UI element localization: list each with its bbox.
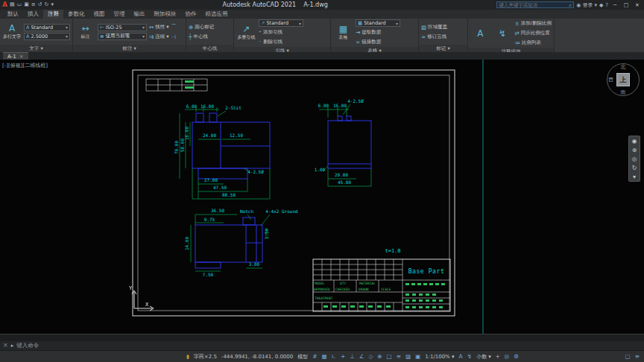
ucs-icon[interactable] [132,290,154,311]
mtext-button[interactable]: A 多行文字 [2,24,22,40]
view-b-part[interactable] [328,116,371,168]
tab-view[interactable]: 视图 [89,10,110,19]
sync-scale-positions-button[interactable]: ⇄ 同步比例位置 [515,29,552,37]
dimension-label[interactable]: 27.00 [204,177,218,182]
dimension-label[interactable]: 47.50 [213,185,227,190]
quick-dimension-button[interactable]: ⌒ [171,23,177,31]
qat-dropdown-icon[interactable]: ▾ [51,0,54,10]
dimension-lines[interactable] [180,104,371,271]
tab-output[interactable]: 输出 [130,10,150,19]
minimize-button[interactable]: ─ [610,2,619,8]
wipeout-button[interactable]: ▧ 区域覆盖 [421,23,447,31]
annotation-visibility-button[interactable]: A [470,29,490,38]
units-button[interactable]: 小数 ▾ [476,353,491,361]
model-space-button[interactable]: 模型 [297,353,308,361]
viewcube-south[interactable]: 南 [621,89,626,96]
viewcube[interactable]: 北 西 上 南 [605,63,641,99]
maximize-button[interactable]: □ [622,2,631,8]
search-icon[interactable]: ⌕ [569,2,572,8]
osnap-tracking-icon[interactable]: ⊕ [377,353,382,360]
pan-icon[interactable]: ⊕ [629,145,640,154]
command-close-icon[interactable]: × [3,342,8,349]
dim-style-combo[interactable]: ⊢ ISO-25 ▾ [98,24,147,31]
dim-layer-combo[interactable]: ≣ 使用当前项 ▾ [98,33,147,40]
dimension-label[interactable]: 9.75 [204,217,215,222]
polar-tracking-icon[interactable]: ∠ [359,353,364,360]
customize-icon[interactable]: ≡ [635,353,640,360]
tab-insert[interactable]: 插入 [23,10,43,19]
dimension-texts[interactable]: 6.00 16.00 2-Slit 24.00 12.50 70.00 58.0… [174,98,401,277]
center-mark-button[interactable]: ⊕ 圆心标记 [189,23,214,31]
viewcube-top-face[interactable]: 上 [616,73,630,86]
plot-icon[interactable]: ≡ [31,0,36,10]
viewcube-north[interactable]: 北 [621,63,626,71]
command-line[interactable]: × ▸ 键入命令 [0,341,644,350]
transparency-icon[interactable]: ▨ [405,353,411,360]
selection-cycling-icon[interactable]: ▣ [415,353,420,360]
mleader-style-combo[interactable]: ↗ Standard ▾ [259,19,303,27]
navbar-more-icon[interactable]: ▾ [629,172,640,181]
dimension-label[interactable]: 1.00 [315,167,326,172]
tab-featured-apps[interactable]: 精选应用 [201,10,233,19]
dimension-label[interactable]: 16.00 [184,127,189,140]
new-file-icon[interactable]: ▤ [10,0,15,10]
linear-dimension-button[interactable]: ↔ 线性▾ [149,23,169,31]
annotation-visibility-icon[interactable]: A [459,353,463,360]
infer-constraints-icon[interactable]: ∟ [332,353,336,360]
help-search-box[interactable]: ⌕ [496,1,574,8]
viewcube-compass-ring[interactable]: 北 西 上 南 [607,63,640,96]
dimension-label[interactable]: 88.50 [222,192,236,197]
continue-dimension-button[interactable]: ⇉ 连续▾ [149,33,169,41]
signin-button[interactable]: ◉ 登录 ▾ [576,1,597,9]
help-icon[interactable]: ? [605,2,608,8]
thickness-note[interactable]: t=1.0 [385,248,400,254]
text-style-combo[interactable]: A Standard ▾ [24,24,70,31]
panel-label-markup[interactable]: 标记 ▾ [419,45,467,52]
dimension-label[interactable]: 6.00 [318,103,329,108]
tab-collaborate[interactable]: 协作 [181,10,201,19]
close-tab-icon[interactable]: × [19,54,24,60]
dimension-label[interactable]: 4-4x2 Ground [265,209,298,214]
tab-addins[interactable]: 附加模块 [150,10,181,19]
extract-data-button[interactable]: ⇥ 提取数据 [356,28,400,36]
dimension-label[interactable]: 3.00 [249,261,260,267]
dimension-label[interactable]: 24.00 [203,133,216,138]
isodraft-icon[interactable]: ◇ [368,353,373,360]
revision-cloud-button[interactable]: ≈ 修订云线 [421,33,447,41]
dimension-label[interactable]: Notch [240,209,253,214]
snap-icon[interactable]: ▦ [322,353,327,360]
remove-leader-button[interactable]: ⁻ 删除引线 [259,38,303,46]
command-input[interactable]: 键入命令 [16,342,39,349]
dimension-label[interactable]: 14.00 [184,237,189,250]
notifications-icon[interactable]: ◆ [599,2,603,8]
viewport-controls[interactable]: [-][俯视][二维线框] [2,62,48,69]
dynamic-input-icon[interactable]: + [341,353,345,360]
dimension-label[interactable]: 29.00 [335,172,348,177]
osnap-icon[interactable]: □ [387,353,392,360]
clean-screen-icon[interactable]: ▢ [625,353,631,360]
grid-icon[interactable]: # [312,353,317,360]
tab-parametric[interactable]: 参数化 [63,10,89,19]
annotation-scale-button[interactable]: 1:1/100% ▾ [425,354,454,360]
zoom-icon[interactable]: ◎ [629,154,640,163]
multileader-button[interactable]: ↗ 多重引线 [236,25,256,41]
add-delete-scales-button[interactable]: ± 添加/删除比例 [515,19,552,28]
drawing-canvas[interactable]: [-][俯视][二维线框] [0,60,644,334]
centerline-button[interactable]: ┼ 中心线 [189,33,214,41]
dimension-label[interactable]: 4-2.5Ø [247,169,264,174]
auto-scale-icon[interactable]: ↯ [467,353,472,360]
file-tab-a1[interactable]: A-1 × [3,52,28,60]
dimension-label[interactable]: 16.00 [201,104,214,109]
redo-icon[interactable]: ↻ [45,0,49,10]
open-file-icon[interactable]: ▭ [17,0,22,10]
viewcube-west[interactable]: 西 [608,76,613,83]
ortho-icon[interactable]: ⊥ [350,353,355,360]
scale-list-button[interactable]: ≔ 比例列表 [515,39,552,47]
drawing-svg[interactable]: 6.00 16.00 2-Slit 24.00 12.50 70.00 58.0… [0,60,644,334]
close-button[interactable]: ✕ [633,2,642,8]
table-style-combo[interactable]: ▦ Standard ▾ [356,19,400,27]
full-navigation-wheel-icon[interactable]: ◉ [629,136,640,145]
link-data-button[interactable]: ∞ 链接数据 [356,38,400,46]
save-icon[interactable]: ▣ [24,0,29,10]
panel-label-dimension[interactable]: 标注 ▾ [73,45,186,52]
